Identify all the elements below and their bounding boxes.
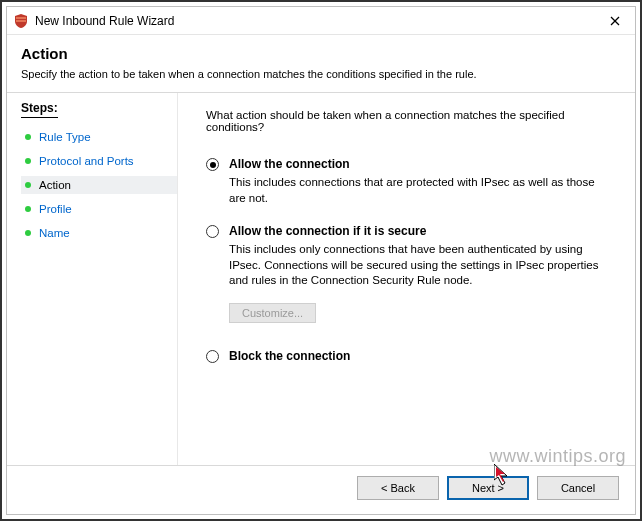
radio-block[interactable]	[206, 350, 219, 363]
close-icon	[610, 16, 620, 26]
option-allow-title: Allow the connection	[229, 157, 350, 171]
step-label: Name	[39, 227, 70, 239]
step-protocol-ports[interactable]: Protocol and Ports	[21, 152, 177, 170]
step-name[interactable]: Name	[21, 224, 177, 242]
content-area: What action should be taken when a conne…	[177, 93, 635, 465]
step-action[interactable]: Action	[21, 176, 177, 194]
steps-label: Steps:	[21, 101, 58, 118]
next-button[interactable]: Next >	[447, 476, 529, 500]
titlebar: New Inbound Rule Wizard	[7, 7, 635, 35]
prompt-text: What action should be taken when a conne…	[206, 109, 613, 133]
step-label: Action	[39, 179, 71, 191]
bullet-icon	[25, 182, 31, 188]
step-rule-type[interactable]: Rule Type	[21, 128, 177, 146]
header-area: Action Specify the action to be taken wh…	[7, 35, 635, 86]
step-label: Rule Type	[39, 131, 91, 143]
bullet-icon	[25, 134, 31, 140]
option-allow-secure-title: Allow the connection if it is secure	[229, 224, 426, 238]
bullet-icon	[25, 230, 31, 236]
steps-sidebar: Steps: Rule Type Protocol and Ports Acti…	[7, 93, 177, 465]
option-allow-desc: This includes connections that are prote…	[229, 175, 613, 206]
body-area: Steps: Rule Type Protocol and Ports Acti…	[7, 93, 635, 465]
footer-buttons: < Back Next > Cancel	[7, 465, 635, 514]
screenshot-frame: New Inbound Rule Wizard Action Specify t…	[0, 0, 642, 521]
customize-button: Customize...	[229, 303, 316, 323]
bullet-icon	[25, 158, 31, 164]
svg-rect-1	[16, 20, 26, 22]
step-label: Profile	[39, 203, 72, 215]
step-profile[interactable]: Profile	[21, 200, 177, 218]
cancel-button[interactable]: Cancel	[537, 476, 619, 500]
page-heading: Action	[21, 45, 621, 62]
option-block-title: Block the connection	[229, 349, 350, 363]
firewall-icon	[13, 13, 29, 29]
bullet-icon	[25, 206, 31, 212]
radio-allow-secure[interactable]	[206, 225, 219, 238]
svg-rect-0	[16, 17, 26, 19]
option-allow-secure[interactable]: Allow the connection if it is secure	[206, 224, 613, 238]
back-button[interactable]: < Back	[357, 476, 439, 500]
option-allow-secure-desc: This includes only connections that have…	[229, 242, 613, 289]
close-button[interactable]	[595, 7, 635, 35]
step-label: Protocol and Ports	[39, 155, 134, 167]
radio-allow[interactable]	[206, 158, 219, 171]
window-title: New Inbound Rule Wizard	[35, 14, 595, 28]
wizard-window: New Inbound Rule Wizard Action Specify t…	[6, 6, 636, 515]
page-subtitle: Specify the action to be taken when a co…	[21, 68, 621, 80]
option-block[interactable]: Block the connection	[206, 349, 613, 363]
option-allow[interactable]: Allow the connection	[206, 157, 613, 171]
